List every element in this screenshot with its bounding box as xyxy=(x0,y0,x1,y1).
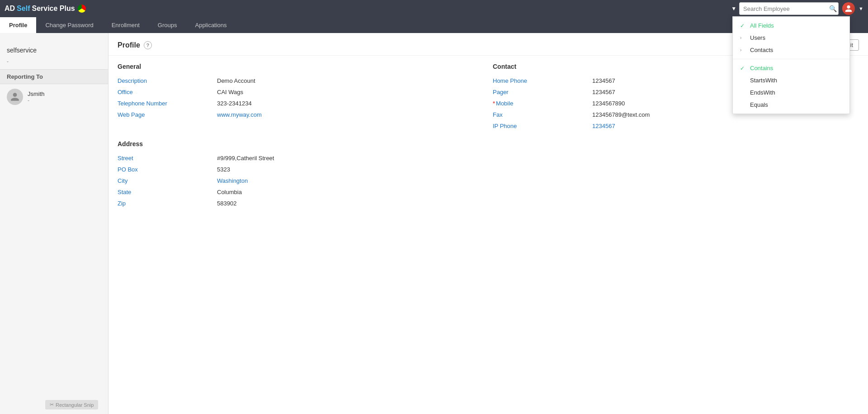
field-label-telephone: Telephone Number xyxy=(118,100,208,107)
field-label-fax: Fax xyxy=(493,111,583,118)
check-icon-contains: ✓ xyxy=(740,65,746,71)
field-value-description: Demo Account xyxy=(217,77,484,84)
field-value-telephone: 323-2341234 xyxy=(217,100,484,107)
navbar: ADSelfService Plus ▼ 🔍 ▼ xyxy=(0,0,868,17)
sidebar-username: selfservice xyxy=(0,42,108,58)
search-fields-section: ✓ All Fields › Users › Contacts xyxy=(733,17,849,59)
general-section: General Description Demo Account Office … xyxy=(118,63,484,129)
search-filter-users[interactable]: › Users xyxy=(733,32,849,44)
field-label-city: City xyxy=(118,177,208,184)
search-filter-all-fields-label: All Fields xyxy=(750,22,774,29)
field-label-zip: Zip xyxy=(118,200,208,207)
check-icon: ✓ xyxy=(740,23,746,29)
avatar[interactable] xyxy=(842,2,855,15)
help-icon[interactable]: ? xyxy=(144,41,152,49)
field-value-zip: 583902 xyxy=(217,200,859,207)
snip-watermark: ✂ Rectangular Snip xyxy=(45,400,98,409)
tab-enrollment[interactable]: Enrollment xyxy=(103,17,149,33)
field-label-state: State xyxy=(118,189,208,195)
brand-logo-circle xyxy=(78,5,86,13)
general-fields: Description Demo Account Office CAI Wags… xyxy=(118,77,484,118)
user-dropdown-caret[interactable]: ▼ xyxy=(859,6,863,11)
tab-groups[interactable]: Groups xyxy=(149,17,186,33)
field-label-pobox: PO Box xyxy=(118,166,208,173)
profile-title: Profile ? xyxy=(118,41,152,49)
field-label-ipphone: IP Phone xyxy=(493,123,583,129)
sidebar-person-name: Jsmith xyxy=(28,90,45,97)
sidebar-user-subtitle: - xyxy=(0,58,108,69)
search-filter-arrow[interactable]: ▼ xyxy=(728,5,739,12)
search-method-endswith[interactable]: EndsWith xyxy=(733,86,849,99)
brand-self: Self xyxy=(17,5,30,13)
person-icon xyxy=(10,92,20,102)
sidebar: selfservice - Reporting To Jsmith - xyxy=(0,33,108,414)
search-filter-users-label: Users xyxy=(750,34,765,41)
snip-label: Rectangular Snip xyxy=(56,402,94,408)
address-section-title: Address xyxy=(118,140,859,149)
search-filter-contacts-label: Contacts xyxy=(750,47,773,53)
snip-icon: ✂ xyxy=(50,402,54,408)
brand-service: Service Plus xyxy=(32,5,75,13)
search-dropdown: ✓ All Fields › Users › Contacts ✓ Contai… xyxy=(732,16,850,114)
search-method-endswith-label: EndsWith xyxy=(750,89,775,96)
search-filter-contacts[interactable]: › Contacts xyxy=(733,44,849,56)
sidebar-person-info: Jsmith - xyxy=(28,90,45,104)
brand-ad: AD xyxy=(5,5,15,13)
search-method-startswith[interactable]: StartsWith xyxy=(733,74,849,86)
search-method-startswith-label: StartsWith xyxy=(750,77,777,84)
search-filter-all-fields[interactable]: ✓ All Fields xyxy=(733,19,849,32)
address-fields: Street #9/999,Catheril Street PO Box 532… xyxy=(118,155,859,207)
arrow-icon: › xyxy=(740,35,746,40)
field-value-state: Columbia xyxy=(217,189,859,195)
search-method-section: ✓ Contains StartsWith EndsWith Equals xyxy=(733,59,849,114)
search-button[interactable]: 🔍 xyxy=(829,5,837,12)
search-method-equals-label: Equals xyxy=(750,101,768,108)
field-value-street: #9/999,Catheril Street xyxy=(217,155,859,162)
general-section-title: General xyxy=(118,63,484,72)
field-value-city[interactable]: Washington xyxy=(217,177,859,184)
field-label-webpage: Web Page xyxy=(118,111,208,118)
search-method-contains-label: Contains xyxy=(750,65,773,71)
field-label-mobile: *Mobile xyxy=(493,100,583,107)
field-label-homephone: Home Phone xyxy=(493,77,583,84)
field-value-pobox: 5323 xyxy=(217,166,859,173)
app-brand[interactable]: ADSelfService Plus xyxy=(5,5,86,13)
sidebar-reporting-to-title: Reporting To xyxy=(0,69,108,84)
sidebar-person-avatar xyxy=(7,89,23,105)
field-value-office: CAI Wags xyxy=(217,89,484,95)
avatar-image xyxy=(842,2,855,15)
field-label-pager: Pager xyxy=(493,89,583,95)
sidebar-person-subtitle: - xyxy=(28,97,45,104)
field-label-office: Office xyxy=(118,89,208,95)
tab-profile[interactable]: Profile xyxy=(0,17,36,33)
search-input[interactable] xyxy=(739,2,839,15)
arrow-icon-contacts: › xyxy=(740,48,746,52)
field-label-street: Street xyxy=(118,155,208,162)
profile-title-text: Profile xyxy=(118,41,140,49)
sidebar-reporting-item[interactable]: Jsmith - xyxy=(0,84,108,109)
tab-change-password[interactable]: Change Password xyxy=(36,17,102,33)
tab-applications[interactable]: Applications xyxy=(186,17,236,33)
navbar-right: ▼ 🔍 ▼ xyxy=(728,2,863,15)
address-section: Address Street #9/999,Catheril Street PO… xyxy=(118,140,859,207)
field-label-description: Description xyxy=(118,77,208,84)
search-wrapper: ▼ 🔍 xyxy=(728,2,839,15)
field-value-ipphone[interactable]: 1234567 xyxy=(592,123,859,129)
field-value-webpage[interactable]: www.myway.com xyxy=(217,111,484,118)
search-method-equals[interactable]: Equals xyxy=(733,99,849,111)
search-method-contains[interactable]: ✓ Contains xyxy=(733,62,849,74)
required-star-mobile: * xyxy=(493,100,495,107)
